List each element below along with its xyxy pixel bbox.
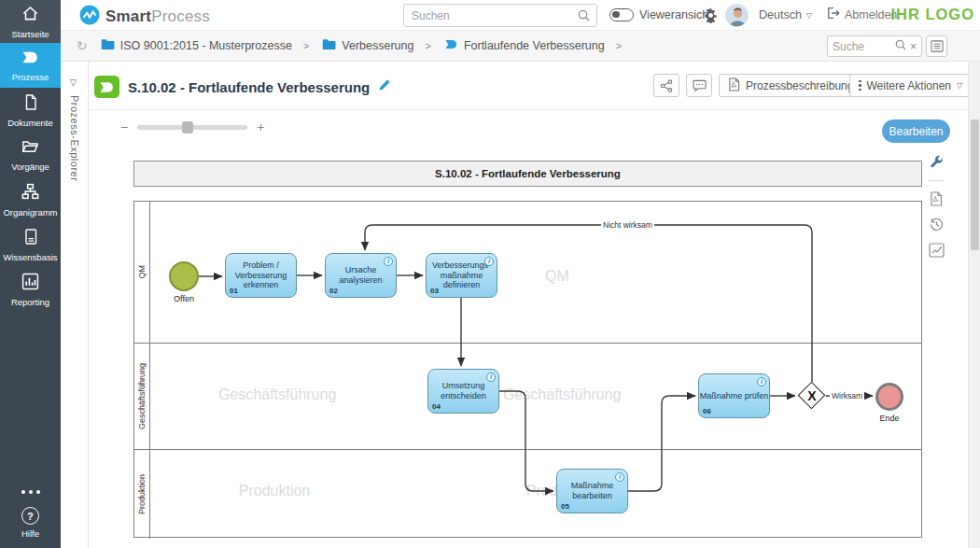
breadcrumb-item-folder-2[interactable]: Verbesserung — [322, 38, 413, 53]
bpmn-diagram: S.10.02 - Fortlaufende Verbesserung QM G… — [133, 161, 922, 538]
flow-label-effective: Wirksam — [830, 391, 864, 400]
explorer-label: Prozess-Explorer — [69, 95, 80, 181]
tree-search-input[interactable] — [833, 40, 891, 53]
more-actions-button[interactable]: Weitere Aktionen ▽ — [849, 74, 972, 97]
task-02[interactable]: Ursache analysieren 02 i — [325, 253, 397, 298]
breadcrumb-bar: ↻ ISO 9001:2015 - Musterprozesse > Verbe… — [61, 31, 980, 62]
sidebar-item-hilfe[interactable]: ? Hilfe — [21, 507, 39, 548]
vertical-scrollbar[interactable] — [968, 62, 980, 548]
list-view-button[interactable] — [926, 35, 947, 57]
tree-search: × — [827, 35, 922, 57]
search-icon[interactable] — [895, 39, 906, 53]
task-06[interactable]: Maßnahme prüfen 06 i — [698, 373, 770, 418]
settings-gear-icon[interactable] — [703, 7, 719, 27]
brand-logo: SmartProcess — [79, 5, 210, 29]
refresh-icon[interactable]: ↻ — [77, 38, 88, 53]
task-01[interactable]: Problem / Verbesserung erkennen 01 — [225, 253, 297, 298]
close-icon[interactable]: × — [910, 40, 917, 53]
edit-title-pencil-icon[interactable] — [378, 78, 391, 95]
folder-icon — [322, 38, 336, 53]
sidebar-item-startseite[interactable]: Startseite — [0, 0, 61, 43]
zoom-out-button[interactable]: − — [120, 119, 128, 134]
sidebar-item-reporting[interactable]: Reporting — [0, 267, 61, 312]
flow-05-to-06 — [626, 396, 695, 491]
document-icon — [22, 93, 39, 115]
diagram-side-toolbar — [926, 155, 946, 258]
info-icon[interactable]: i — [486, 372, 496, 382]
history-icon[interactable] — [929, 217, 945, 232]
customer-logo: IHR LOGO — [890, 6, 974, 23]
help-icon: ? — [21, 507, 39, 525]
exclusive-gateway[interactable]: X — [798, 382, 826, 410]
pdf-document-icon — [728, 77, 740, 94]
info-icon[interactable]: i — [384, 257, 393, 266]
task-03[interactable]: Verbesserungs- maßnahme definieren 03 i — [426, 253, 497, 298]
sidebar-item-wissensbasis[interactable]: Wissensbasis — [0, 222, 61, 267]
process-icon — [21, 49, 39, 69]
wrench-tool-icon[interactable] — [929, 155, 944, 170]
start-event-label: Offen — [165, 294, 203, 303]
share-button[interactable] — [653, 74, 679, 97]
comment-button[interactable] — [686, 74, 712, 97]
statistics-chart-icon[interactable] — [929, 243, 945, 258]
bpmn-pool: QM Geschäftsführung Produktion QM Geschä… — [133, 201, 922, 538]
search-icon[interactable] — [571, 9, 596, 21]
task-04[interactable]: Umsetzung entscheiden 04 i — [427, 369, 499, 414]
sidebar-item-vorgaenge[interactable]: Vorgänge — [0, 133, 61, 177]
chevron-down-icon: ▽ — [957, 81, 962, 90]
viewer-view-toggle[interactable]: Vieweransicht — [609, 8, 712, 21]
info-icon[interactable]: i — [615, 472, 624, 482]
breadcrumb-item-process[interactable]: Fortlaufende Verbesserung — [444, 38, 605, 53]
info-icon[interactable]: i — [484, 257, 494, 266]
page-title: S.10.02 - Fortlaufende Verbesserung — [128, 79, 370, 95]
info-icon[interactable]: i — [757, 377, 766, 386]
scrollbar-thumb[interactable] — [971, 119, 979, 250]
sidebar-item-dokumente[interactable]: Dokumente — [0, 88, 61, 133]
zoom-slider-handle[interactable] — [182, 121, 193, 133]
home-icon — [21, 5, 39, 26]
process-explorer-panel[interactable]: ▷ Prozess-Explorer — [61, 62, 89, 548]
zoom-in-button[interactable]: + — [257, 119, 264, 134]
user-avatar[interactable] — [725, 4, 749, 27]
start-event[interactable] — [169, 261, 199, 291]
breadcrumb-item-folder-1[interactable]: ISO 9001:2015 - Musterprozesse — [101, 38, 292, 53]
gateway-x-symbol: X — [798, 383, 826, 409]
process-description-button[interactable]: Prozessbeschreibung — [719, 74, 862, 97]
toggle-icon — [609, 8, 634, 21]
flow-gateway-loop-to-02 — [365, 225, 812, 382]
orgchart-icon — [21, 183, 39, 204]
main-area: SmartProcess Vieweransicht Deutsch ▽ — [61, 0, 980, 548]
pdf-export-icon[interactable] — [930, 191, 943, 206]
kebab-icon — [859, 80, 861, 91]
more-dots-button[interactable] — [21, 477, 40, 507]
global-search — [403, 4, 597, 27]
app-window: Startseite Prozesse Dokumente Vorgänge O… — [0, 0, 980, 548]
end-event[interactable] — [875, 383, 903, 411]
language-selector[interactable]: Deutsch ▽ — [759, 8, 812, 21]
process-badge-icon — [94, 76, 119, 98]
bar-chart-icon — [21, 273, 39, 294]
explorer-expand-icon: ▷ — [69, 80, 78, 87]
smartprocess-logo-icon — [79, 5, 100, 29]
diagram-title: S.10.02 - Fortlaufende Verbesserung — [133, 161, 922, 187]
brand-name: SmartProcess — [105, 7, 210, 26]
sidebar-item-prozesse[interactable]: Prozesse — [0, 43, 61, 88]
book-icon — [22, 228, 39, 249]
flow-label-not-effective: Nicht wirksam — [601, 220, 654, 230]
edit-button[interactable]: Bearbeiten — [882, 119, 950, 143]
chevron-icon: > — [616, 40, 622, 51]
chevron-icon: > — [425, 40, 430, 51]
title-row: S.10.02 - Fortlaufende Verbesserung Proz… — [89, 62, 980, 110]
logout-icon — [825, 6, 840, 23]
sidebar: Startseite Prozesse Dokumente Vorgänge O… — [0, 0, 61, 548]
folder-icon — [101, 38, 115, 53]
end-event-label: Ende — [871, 414, 908, 423]
process-icon — [444, 38, 458, 53]
topbar: SmartProcess Vieweransicht Deutsch ▽ — [61, 0, 980, 31]
logout-button[interactable]: Abmelden — [825, 6, 897, 23]
sidebar-item-organigramm[interactable]: Organigramm — [0, 177, 61, 222]
chevron-icon: > — [303, 40, 309, 51]
zoom-slider[interactable] — [137, 125, 247, 130]
task-05[interactable]: Maßnahme bearbeiten 05 i — [556, 469, 628, 513]
global-search-input[interactable] — [404, 9, 571, 22]
